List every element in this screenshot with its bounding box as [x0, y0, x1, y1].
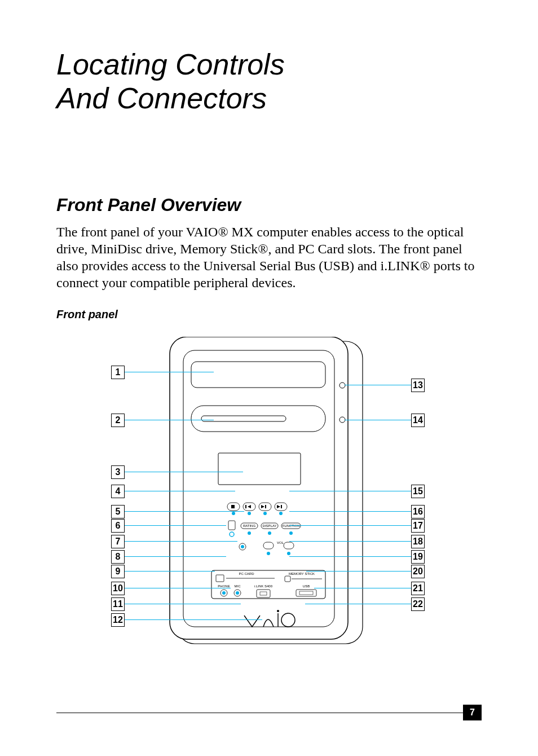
svg-point-35: [236, 591, 239, 595]
label-vol: VOL: [277, 541, 284, 544]
svg-rect-32: [285, 576, 290, 582]
label-usb: USB: [303, 584, 310, 588]
svg-point-6: [263, 512, 267, 515]
svg-point-18: [248, 531, 251, 535]
svg-rect-8: [231, 505, 235, 508]
label-ilink: i.LINK S400: [254, 584, 273, 588]
svg-rect-30: [216, 575, 224, 582]
section-body: The front panel of your VAIO® MX compute…: [56, 223, 482, 291]
page-footer: 7: [56, 713, 482, 730]
svg-rect-12: [265, 505, 266, 508]
section-title: Front Panel Overview: [56, 195, 482, 216]
label-function: FUNCTION: [283, 524, 300, 528]
svg-rect-14: [281, 505, 282, 508]
svg-point-7: [279, 512, 283, 515]
svg-rect-15: [228, 521, 235, 530]
svg-point-24: [241, 545, 244, 548]
svg-rect-26: [284, 542, 294, 549]
label-rating: RATING: [243, 524, 256, 528]
svg-point-22: [289, 531, 293, 535]
ports-panel: PC CARD MEMORY STICK PHONE MIC i.LINK S4…: [211, 570, 325, 599]
front-panel-diagram: 1 2 3 4 5 6 7 8 9 10 11 12 13 14 15 16 1…: [111, 337, 427, 653]
document-page: Locating Controls And Connectors Front P…: [0, 0, 538, 756]
chapter-title: Locating Controls And Connectors: [56, 48, 482, 116]
svg-point-39: [277, 610, 279, 612]
figure-caption: Front panel: [56, 308, 482, 321]
svg-point-5: [248, 512, 251, 515]
svg-rect-25: [263, 542, 274, 549]
label-mic: MIC: [235, 584, 241, 588]
svg-point-16: [230, 532, 234, 537]
svg-point-34: [222, 591, 226, 595]
md-slot: [201, 416, 286, 421]
label-pc-card: PC CARD: [239, 572, 254, 575]
optical-bay: [191, 362, 325, 388]
svg-rect-9: [245, 505, 246, 508]
svg-point-27: [267, 552, 270, 555]
display-window: [218, 453, 301, 485]
svg-rect-36: [260, 592, 267, 595]
svg-point-4: [232, 512, 235, 515]
chapter-title-line2: And Connectors: [56, 82, 267, 115]
chapter-title-line1: Locating Controls: [56, 48, 285, 81]
label-memory-stick: MEMORY STICK: [289, 572, 315, 575]
svg-point-28: [287, 552, 290, 555]
label-display: DISPLAY: [263, 524, 277, 528]
svg-point-20: [268, 531, 271, 535]
svg-rect-37: [299, 591, 313, 595]
front-panel-svg: RATING DISPLAY FUNCTION VOL: [111, 337, 427, 653]
optical-eject-icon: [339, 383, 345, 388]
page-number: 7: [463, 705, 482, 720]
